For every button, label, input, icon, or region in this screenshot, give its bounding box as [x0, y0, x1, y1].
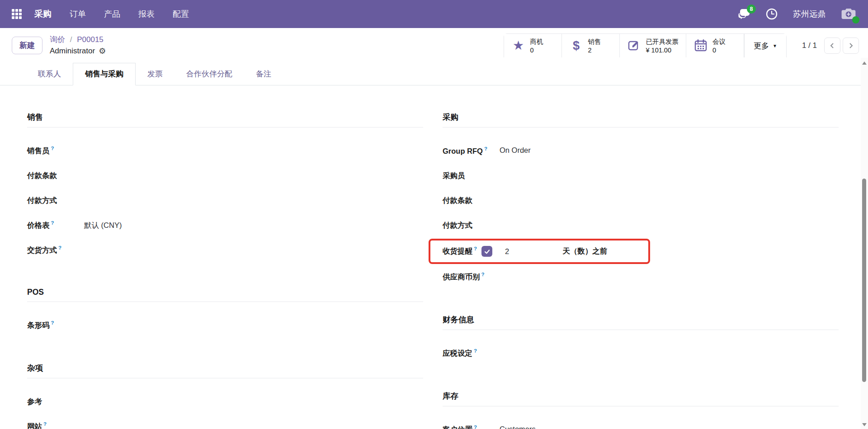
- field-value[interactable]: Customers: [500, 425, 536, 429]
- field-label: 参考: [27, 397, 84, 407]
- more-dropdown-button[interactable]: 更多 ▼: [744, 34, 786, 57]
- pager-next-button[interactable]: [843, 38, 859, 54]
- scroll-up-arrow-icon[interactable]: [862, 61, 867, 65]
- field-value[interactable]: [84, 196, 102, 206]
- vertical-scrollbar: [861, 58, 868, 429]
- stat-value: 2: [588, 47, 592, 54]
- tab-invoicing[interactable]: 发票: [136, 63, 175, 85]
- field-value[interactable]: [500, 272, 518, 282]
- field-value[interactable]: [500, 171, 518, 181]
- help-icon: ?: [51, 320, 54, 325]
- invoice-edit-icon: [627, 39, 642, 52]
- calendar-icon: [693, 39, 708, 52]
- chevron-left-icon: [829, 42, 836, 49]
- tab-sales-purchase[interactable]: 销售与采购: [73, 63, 136, 85]
- field-row-payment-method: 付款方式: [27, 193, 423, 208]
- stat-button-opportunities[interactable]: ★ 商机 0: [504, 34, 562, 57]
- record-title: Administrator: [50, 46, 95, 57]
- activities-button[interactable]: [766, 8, 778, 20]
- right-column: 采购 Group RFQ? On Order 采购员 付款条款 付款方式 收货提…: [443, 112, 839, 429]
- field-value[interactable]: [84, 146, 102, 156]
- help-icon: ?: [51, 146, 54, 151]
- receipt-reminder-days-input[interactable]: 2: [505, 247, 509, 256]
- field-row-payment-terms-purchase: 付款条款: [443, 193, 839, 208]
- field-row-reference: 参考: [27, 395, 423, 409]
- help-icon: ?: [481, 272, 485, 277]
- field-row-delivery-method: 交货方式?: [27, 243, 423, 258]
- scrollbar-thumb[interactable]: [862, 179, 866, 382]
- nav-app-name[interactable]: 采购: [34, 8, 52, 20]
- user-menu[interactable]: 苏州远鼎: [793, 9, 826, 19]
- scroll-down-arrow-icon[interactable]: [862, 423, 867, 426]
- new-button[interactable]: 新建: [12, 37, 42, 54]
- pager: 1 / 1: [802, 38, 859, 54]
- field-value[interactable]: [84, 171, 102, 181]
- field-value[interactable]: On Order: [500, 146, 531, 156]
- field-label: 应税设定?: [443, 349, 500, 358]
- field-label: 客户位置?: [443, 425, 500, 429]
- stat-button-invoiced[interactable]: 已开具发票 ¥ 101.00: [620, 34, 687, 57]
- messages-button[interactable]: 8: [738, 8, 750, 20]
- field-label: 销售员?: [27, 146, 84, 156]
- stat-label: 销售: [588, 38, 601, 46]
- stat-button-meetings[interactable]: 会议 0: [686, 34, 744, 57]
- field-label: 付款方式: [443, 221, 500, 231]
- top-navbar: 采购 订单 产品 报表 配置 8 苏州远鼎: [0, 0, 868, 28]
- tab-contacts[interactable]: 联系人: [26, 63, 73, 85]
- section-title: 库存: [443, 391, 839, 406]
- field-label: 收货提醒?: [443, 246, 477, 256]
- actions-gear-icon[interactable]: ⚙: [99, 47, 106, 55]
- tab-internal-notes[interactable]: 备注: [244, 63, 283, 85]
- field-row-pricelist: 价格表? 默认 (CNY): [27, 218, 423, 233]
- field-value[interactable]: [84, 321, 102, 330]
- apps-menu-button[interactable]: [10, 7, 24, 21]
- breadcrumb: 询价 / P00015 Administrator ⚙: [50, 35, 106, 57]
- receipt-reminder-suffix: 天（数）之前: [562, 246, 607, 256]
- field-value[interactable]: [500, 349, 518, 358]
- field-row-buyer: 采购员: [443, 169, 839, 183]
- breadcrumb-parent[interactable]: 询价: [50, 35, 65, 44]
- tab-partner-assignment[interactable]: 合作伙伴分配: [175, 63, 244, 85]
- field-value[interactable]: [84, 245, 102, 255]
- section-title: 采购: [443, 112, 839, 127]
- control-panel: 新建 询价 / P00015 Administrator ⚙ ★ 商机 0 $ …: [0, 28, 868, 61]
- pager-previous-button[interactable]: [824, 38, 840, 54]
- chevron-down-icon: ▼: [773, 43, 777, 48]
- field-value[interactable]: [84, 422, 102, 429]
- field-value[interactable]: [500, 196, 518, 206]
- field-row-group-rfq: Group RFQ? On Order: [443, 144, 839, 158]
- section-pos: POS 条形码?: [27, 288, 423, 333]
- help-icon: ?: [484, 146, 487, 151]
- field-row-vendor-currency: 供应商币别?: [443, 270, 839, 284]
- section-misc: 杂项 参考 网站?: [27, 363, 423, 429]
- apps-grid-icon: [12, 9, 22, 19]
- nav-item-reports[interactable]: 报表: [138, 9, 155, 19]
- pager-counter[interactable]: 1 / 1: [802, 41, 817, 50]
- field-value[interactable]: [84, 397, 102, 407]
- field-label: 付款条款: [27, 171, 84, 181]
- avatar[interactable]: [841, 7, 856, 21]
- highlight-box-receipt-reminder: 收货提醒? 2 天（数）之前: [429, 239, 650, 264]
- field-value[interactable]: [500, 221, 518, 231]
- section-title: 财务信息: [443, 314, 839, 330]
- nav-item-orders[interactable]: 订单: [70, 9, 86, 19]
- receipt-reminder-checkbox[interactable]: [481, 246, 492, 257]
- stat-value: 0: [530, 47, 534, 54]
- field-label: 供应商币别?: [443, 272, 500, 282]
- stat-button-sales[interactable]: $ 销售 2: [562, 34, 620, 57]
- stat-label: 已开具发票: [646, 38, 679, 46]
- field-label: 价格表?: [27, 221, 84, 231]
- help-icon: ?: [474, 424, 477, 429]
- nav-item-products[interactable]: 产品: [104, 9, 120, 19]
- help-icon: ?: [43, 421, 47, 427]
- field-label: 采购员: [443, 171, 500, 181]
- field-row-website: 网站?: [27, 420, 423, 429]
- breadcrumb-current[interactable]: P00015: [77, 35, 104, 44]
- stat-value: ¥ 101.00: [646, 47, 671, 54]
- section-purchase: 采购 Group RFQ? On Order 采购员 付款条款 付款方式 收货提…: [443, 112, 839, 284]
- star-icon: ★: [513, 39, 524, 52]
- field-label: 付款条款: [443, 196, 500, 206]
- field-value[interactable]: 默认 (CNY): [84, 221, 122, 231]
- nav-item-settings[interactable]: 配置: [173, 9, 189, 19]
- section-title: POS: [27, 288, 423, 302]
